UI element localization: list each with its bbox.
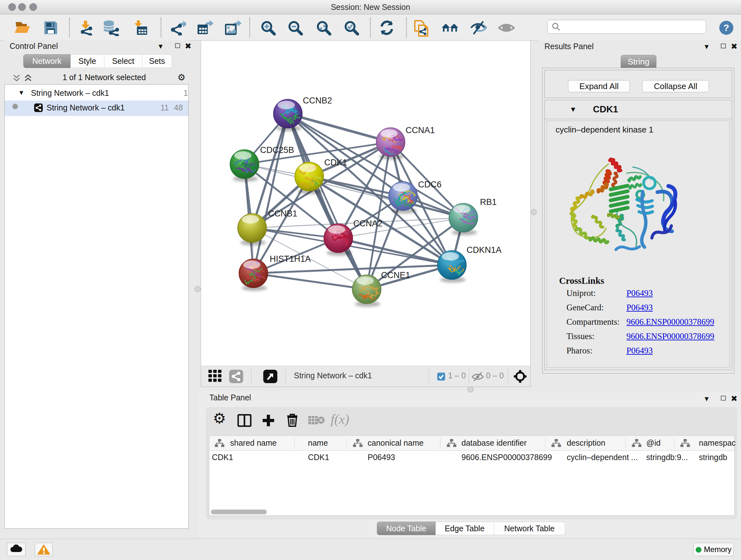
svg-text:RB1: RB1 xyxy=(480,197,497,207)
svg-text:CCNA1: CCNA1 xyxy=(406,125,435,135)
svg-text:CDK1: CDK1 xyxy=(324,158,347,167)
svg-text:CDC6: CDC6 xyxy=(418,180,442,189)
svg-text:CDKN1A: CDKN1A xyxy=(467,245,502,255)
svg-text:CCNE1: CCNE1 xyxy=(381,270,410,280)
svg-text:?: ? xyxy=(724,22,729,33)
svg-text:HIST1H1A: HIST1H1A xyxy=(270,254,311,264)
svg-text:CCNA2: CCNA2 xyxy=(353,219,383,228)
svg-text:CCNB2: CCNB2 xyxy=(303,96,332,105)
svg-text:CDC25B: CDC25B xyxy=(260,145,294,155)
svg-text:CCNB1: CCNB1 xyxy=(268,209,297,219)
